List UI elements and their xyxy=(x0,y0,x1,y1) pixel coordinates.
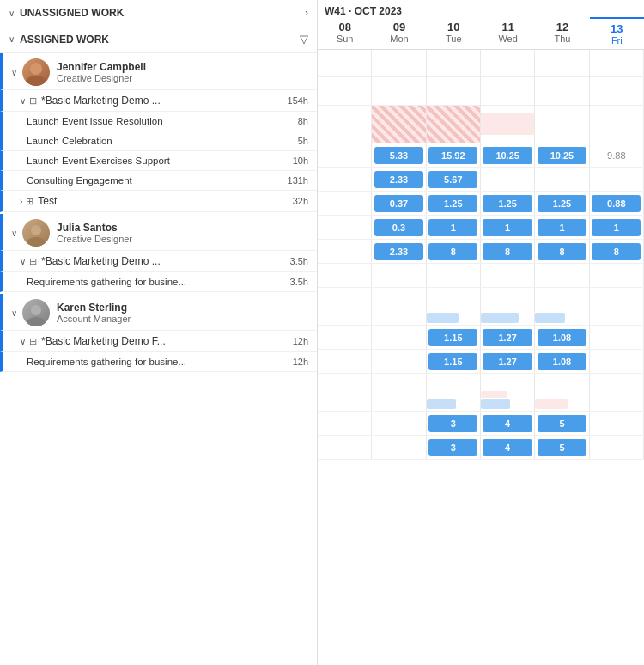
cell-jt1-5 xyxy=(535,168,589,191)
cell-julg1-5: 1.08 xyxy=(535,326,589,349)
val-jt2-5: 1.25 xyxy=(538,195,586,212)
karen-group-chevron-icon: ∨ xyxy=(20,337,26,346)
cell-kart1-5: 5 xyxy=(535,436,589,459)
grid-jennifer-task2: 0.37 1.25 1.25 1.25 0.88 xyxy=(318,192,644,216)
julia-task1-name: Requirements gathering for busine... xyxy=(27,277,290,287)
cell-jg2-5 xyxy=(535,264,589,287)
cell-ua-2 xyxy=(372,50,426,76)
cell-jg2-2 xyxy=(372,264,426,287)
grid-jennifer-group1: 5.33 15.92 10.25 10.25 9.88 xyxy=(318,143,644,168)
day-num-wed: 11 xyxy=(483,21,533,34)
julia-task1-hours: 3.5h xyxy=(290,277,308,287)
day-col-fri: 13 Fri xyxy=(590,17,644,49)
val-jt1-3: 5.67 xyxy=(428,171,477,188)
jennifer-task-2: Launch Celebration 5h xyxy=(0,131,317,151)
avatar-jennifer xyxy=(22,58,50,86)
cell-julg1-1 xyxy=(318,326,372,349)
cell-jt4-5: 8 xyxy=(535,240,589,263)
jennifer-group-1[interactable]: ∨ ⊞ *Basic Marketing Demo ... 154h xyxy=(0,90,317,112)
val-jt4-5: 8 xyxy=(538,243,586,260)
cell-kart1-3: 3 xyxy=(427,436,481,459)
task-grid-icon: ⊞ xyxy=(29,95,37,107)
cell-jt2-2: 0.37 xyxy=(372,192,426,215)
val-kart1-3: 3 xyxy=(428,439,477,456)
filter-icon[interactable]: ▽ xyxy=(300,33,308,46)
task2-name: Launch Celebration xyxy=(27,136,298,146)
cell-jult1-1 xyxy=(318,350,372,373)
cell-jt3-4: 1 xyxy=(481,216,535,239)
val-jt3-6: 1 xyxy=(592,219,641,236)
grid-karen-group1: 3 4 5 xyxy=(318,412,644,436)
val-karg1-4: 4 xyxy=(483,415,532,432)
task3-hours: 10h xyxy=(293,156,308,166)
karen-task1-name: Requirements gathering for busine... xyxy=(27,357,293,367)
cell-jult1-2 xyxy=(372,350,426,373)
cell-jp-1 xyxy=(318,106,372,143)
grid-jennifer-person xyxy=(318,106,644,143)
cell-jt3-6: 1 xyxy=(590,216,644,239)
task4-name: Consulting Engagement xyxy=(27,175,288,186)
karen-info: Karen Sterling Account Manager xyxy=(57,302,131,324)
day-num-fri: 13 xyxy=(592,22,642,35)
cell-julp-2 xyxy=(372,288,426,325)
julia-task-1: Requirements gathering for busine... 3.5… xyxy=(0,272,317,292)
cell-jult1-6 xyxy=(590,350,644,373)
group2-name: Test xyxy=(38,195,292,207)
cell-ua-5 xyxy=(535,50,589,76)
cell-jt4-1 xyxy=(318,240,372,263)
unassigned-work-header[interactable]: ∨ UNASSIGNED WORK › xyxy=(0,0,317,26)
cell-jg1-6: 9.88 xyxy=(590,143,644,167)
jennifer-task-1: Launch Event Issue Resolution 8h xyxy=(0,112,317,131)
cell-jt1-1 xyxy=(318,168,372,191)
julia-group1-hours: 3.5h xyxy=(290,256,308,266)
cell-karg1-2 xyxy=(372,412,426,435)
day-name-sun: Sun xyxy=(319,34,370,44)
day-name-tue: Tue xyxy=(428,34,479,44)
week-header: W41 · OCT 2023 xyxy=(318,0,644,17)
grid-jennifer-group2 xyxy=(318,264,644,288)
task-grid-icon-4: ⊞ xyxy=(29,336,37,347)
cell-jt4-2: 2.33 xyxy=(372,240,426,263)
day-name-fri: Fri xyxy=(592,35,642,46)
cell-jult1-3: 1.15 xyxy=(427,350,481,373)
task-grid-icon-2: ⊞ xyxy=(26,196,33,207)
cell-jt2-1 xyxy=(318,192,372,215)
cell-jg2-4 xyxy=(481,264,535,287)
jennifer-chevron-icon[interactable]: ∨ xyxy=(11,68,17,77)
cell-jt4-3: 8 xyxy=(427,240,481,263)
jennifer-group-2[interactable]: › ⊞ Test 32h xyxy=(0,191,317,212)
grid-julia-group1: 1.15 1.27 1.08 xyxy=(318,326,644,350)
julia-info: Julia Santos Creative Designer xyxy=(57,222,132,244)
day-name-wed: Wed xyxy=(483,34,533,44)
julia-group-1[interactable]: ∨ ⊞ *Basic Marketing Demo ... 3.5h xyxy=(0,251,317,272)
unassigned-arrow-icon: › xyxy=(305,7,308,19)
cell-kart1-1 xyxy=(318,436,372,459)
cell-jp-6 xyxy=(590,106,644,143)
jennifer-task-4: Consulting Engagement 131h xyxy=(0,171,317,191)
karen-chevron-icon[interactable]: ∨ xyxy=(11,308,17,318)
val-jt3-2: 0.3 xyxy=(374,219,423,236)
val-kart1-5: 5 xyxy=(538,439,586,456)
karen-group1-hours: 12h xyxy=(293,336,308,346)
val-jult1-4: 1.27 xyxy=(483,353,532,370)
person-row-jennifer: ∨ Jennifer Campbell Creative Designer xyxy=(0,53,317,90)
cell-ah-5 xyxy=(535,77,589,105)
cell-jt2-3: 1.25 xyxy=(427,192,481,215)
cell-jt2-5: 1.25 xyxy=(535,192,589,215)
val-karg1-3: 3 xyxy=(428,415,477,432)
assigned-work-header[interactable]: ∨ ASSIGNED WORK ▽ xyxy=(0,26,317,53)
cell-karg1-3: 3 xyxy=(427,412,481,435)
jennifer-name: Jennifer Campbell xyxy=(57,61,146,73)
cell-julg1-4: 1.27 xyxy=(481,326,535,349)
cell-ah-2 xyxy=(372,77,426,105)
julia-name: Julia Santos xyxy=(57,222,132,234)
task4-hours: 131h xyxy=(288,175,308,186)
karen-group-1[interactable]: ∨ ⊞ *Basic Marketing Demo F... 12h xyxy=(0,331,317,352)
val-julg1-5: 1.08 xyxy=(538,329,586,346)
cell-kart1-6 xyxy=(590,436,644,459)
cell-kart1-4: 4 xyxy=(481,436,535,459)
svg-point-3 xyxy=(27,237,46,247)
cell-jt2-4: 1.25 xyxy=(481,192,535,215)
cell-jg2-1 xyxy=(318,264,372,287)
julia-chevron-icon[interactable]: ∨ xyxy=(11,229,17,238)
